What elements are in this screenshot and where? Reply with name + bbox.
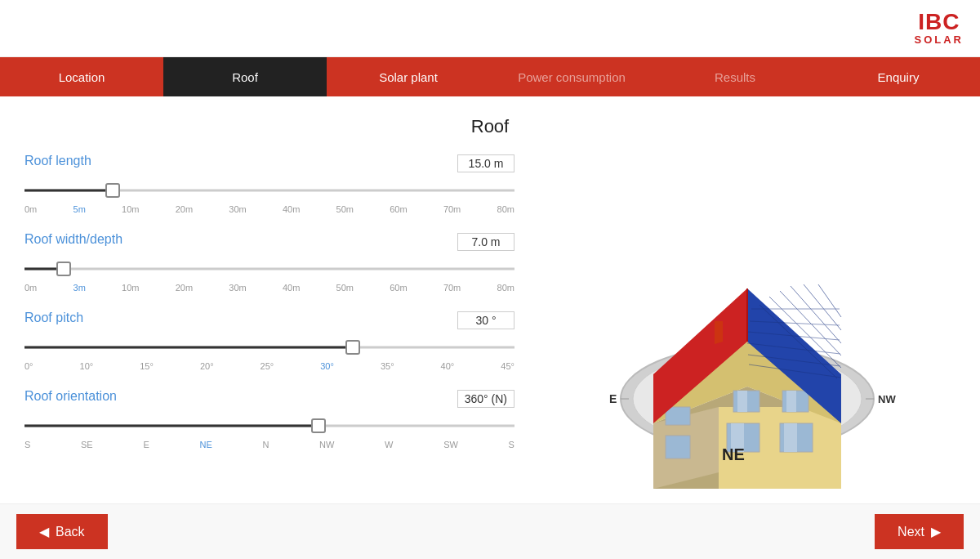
roof-length-ticks: 0m 5m 10m 20m 30m 40m 50m 60m 70m 80m	[24, 204, 514, 214]
roof-pitch-ticks: 0° 10° 15° 20° 25° 30° 35° 40° 45°	[24, 361, 514, 371]
roof-pitch-slider[interactable]	[24, 335, 514, 360]
window-side-bottom	[666, 436, 690, 458]
chimney	[715, 321, 723, 344]
nav-item-results: Results	[653, 57, 817, 96]
roof-length-section: Roof length 15.0 m 0m 5m 10m 2	[24, 154, 514, 214]
roof-orientation-fill	[24, 425, 318, 427]
roof-width-slider[interactable]	[24, 257, 514, 281]
next-arrow-icon: ▶	[931, 524, 941, 539]
svg-line-9	[791, 286, 841, 343]
window-top-left-inner	[737, 391, 747, 412]
roof-orientation-label: Roof orientation	[24, 389, 117, 404]
roof-width-track	[24, 268, 514, 271]
roof-length-thumb[interactable]	[105, 183, 120, 198]
roof-orientation-ticks: S SE E NE N NW W SW S	[24, 440, 514, 449]
next-label: Next	[898, 525, 924, 539]
main-content: Roof length 15.0 m 0m 5m 10m 2	[0, 154, 980, 489]
roof-pitch-value: 30 °	[457, 311, 514, 329]
roof-orientation-value: 360° (N)	[457, 390, 514, 408]
nav-item-enquiry[interactable]: Enquiry	[817, 57, 980, 96]
roof-width-value: 7.0 m	[457, 233, 514, 251]
roof-width-section: Roof width/depth 7.0 m 0m 3m 10m 20m 30m…	[24, 232, 514, 293]
back-label: Back	[56, 525, 85, 539]
nav-item-power-consumption: Power consumption	[490, 57, 653, 96]
logo: IBC SOLAR	[915, 11, 964, 46]
header: IBC SOLAR	[0, 0, 980, 57]
logo-solar: SOLAR	[915, 34, 964, 46]
roof-orientation-section: Roof orientation 360° (N) S SE E NE N NW…	[24, 389, 514, 449]
next-button[interactable]: Next ▶	[875, 514, 964, 549]
controls-panel: Roof length 15.0 m 0m 5m 10m 2	[24, 154, 514, 489]
compass-ne-big: NE	[722, 445, 745, 463]
nav-item-roof[interactable]: Roof	[163, 57, 327, 96]
house-svg-wrapper: E NW NE N	[588, 145, 898, 489]
roof-length-value: 15.0 m	[457, 154, 514, 172]
house-compass-svg: E NW NE N	[588, 145, 898, 489]
roof-width-thumb[interactable]	[56, 262, 71, 276]
footer: ◀ Back Next ▶	[0, 503, 980, 559]
logo-ibc: IBC	[915, 11, 964, 34]
back-arrow-icon: ◀	[39, 524, 49, 539]
window-front-right-inner	[784, 423, 797, 452]
compass-nw-label: NW	[878, 393, 896, 405]
roof-pitch-fill	[24, 347, 353, 349]
nav: Location Roof Solar plant Power consumpt…	[0, 57, 980, 96]
roof-pitch-section: Roof pitch 30 ° 0° 10° 15° 20° 25° 30° 3…	[24, 311, 514, 371]
house-visualization: E NW NE N	[531, 145, 956, 489]
roof-width-ticks: 0m 3m 10m 20m 30m 40m 50m 60m 70m 80m	[24, 283, 514, 293]
compass-e-label: E	[609, 392, 617, 405]
roof-orientation-slider[interactable]	[24, 414, 514, 438]
nav-item-solar-plant[interactable]: Solar plant	[327, 57, 490, 96]
page-title: Roof	[0, 116, 980, 137]
roof-length-slider[interactable]	[24, 178, 514, 203]
window-side-top	[666, 407, 690, 425]
roof-length-fill	[24, 190, 113, 192]
roof-orientation-thumb[interactable]	[311, 418, 326, 433]
roof-pitch-thumb[interactable]	[345, 340, 360, 355]
roof-length-label: Roof length	[24, 154, 91, 168]
svg-line-11	[818, 284, 841, 317]
back-button[interactable]: ◀ Back	[16, 514, 108, 549]
nav-item-location[interactable]: Location	[0, 57, 163, 96]
window-top-right-inner	[786, 391, 796, 412]
roof-pitch-label: Roof pitch	[24, 311, 83, 325]
roof-width-label: Roof width/depth	[24, 232, 122, 247]
